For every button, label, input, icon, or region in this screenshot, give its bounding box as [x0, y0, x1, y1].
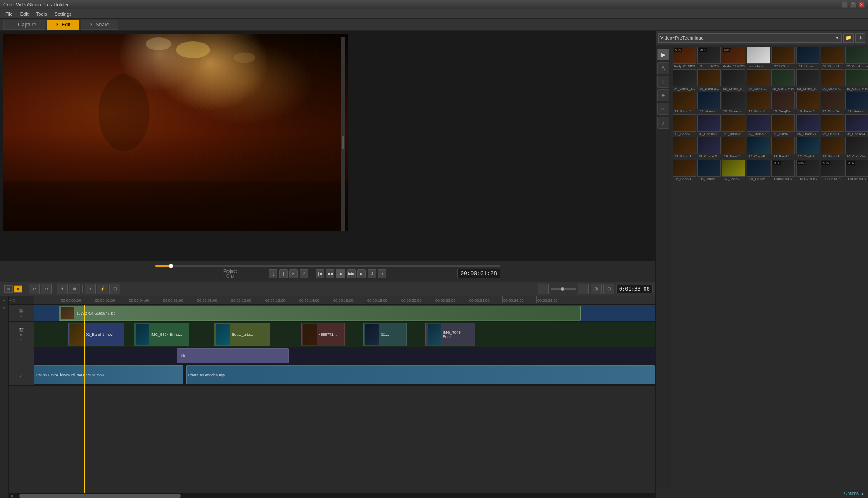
media-item-39[interactable]: 33_Band-1...: [821, 137, 844, 158]
undo-button[interactable]: ↩: [29, 284, 40, 294]
media-item-20[interactable]: 14_Band-6...: [747, 92, 770, 113]
media-item-44[interactable]: 38_House...: [747, 160, 770, 181]
media-item-5[interactable]: TTR-Final...: [771, 47, 795, 68]
ripple-edit-button[interactable]: ⊟: [603, 284, 614, 294]
media-item-16[interactable]: 10_Car-3.mov: [845, 69, 868, 91]
media-item-27[interactable]: 21_Band-9...: [722, 114, 745, 136]
photo-clip[interactable]: 13722754-516x677.jpg: [59, 306, 580, 321]
options-label[interactable]: Options: [844, 491, 859, 496]
media-item-29[interactable]: 23_Band-1...: [771, 114, 795, 136]
side-icon-media[interactable]: ▶: [657, 49, 669, 60]
maximize-button[interactable]: □: [850, 2, 856, 8]
next-frame-button[interactable]: ▶▶: [347, 269, 356, 278]
record-audio-button[interactable]: ♪: [85, 284, 96, 294]
side-icon-graphics[interactable]: ✦: [657, 89, 669, 101]
media-item-42[interactable]: 36_House...: [697, 160, 721, 181]
side-icon-instant[interactable]: A: [657, 62, 669, 74]
track-header-photo[interactable]: 🎬 ⚙: [9, 305, 34, 322]
media-item-40[interactable]: 34_Cop_Gu...: [845, 137, 868, 158]
media-item-11[interactable]: 06_Crime_s...: [722, 69, 745, 91]
loop-button[interactable]: ↺: [368, 269, 376, 278]
add-fx-button[interactable]: ✦: [57, 284, 68, 294]
media-item-34[interactable]: 28_Chase-5...: [697, 137, 721, 158]
media-item-32[interactable]: 26_Chase-4...: [845, 114, 868, 136]
track-header-audio[interactable]: ♪: [9, 364, 34, 386]
minimize-button[interactable]: ─: [842, 2, 848, 8]
track-photo-options[interactable]: ⚙: [20, 314, 23, 318]
zoom-out-button[interactable]: −: [538, 284, 549, 294]
tab-edit[interactable]: 2 Edit: [47, 20, 79, 30]
media-item-45[interactable]: MTS 00002.MTS: [771, 160, 795, 181]
fullscreen-button[interactable]: ⤢: [300, 269, 308, 278]
media-item-14[interactable]: 08_Crime_s...: [796, 69, 819, 91]
media-item-25[interactable]: 19_Band-8...: [673, 114, 696, 136]
media-item-31[interactable]: 25_Band-1...: [821, 114, 844, 136]
media-item-3[interactable]: MTS Andy_02.MTS: [722, 47, 745, 68]
media-item-26[interactable]: 20_Chase-1...: [697, 114, 721, 136]
snap-button[interactable]: ⊡: [109, 284, 120, 294]
play-button[interactable]: ▶: [336, 269, 345, 278]
zoom-in-button[interactable]: +: [578, 284, 589, 294]
volume-button[interactable]: ♪: [378, 269, 386, 278]
media-item-9[interactable]: 04_Crime_s...: [673, 69, 696, 91]
side-icon-fx[interactable]: FX: [657, 103, 669, 115]
tab-capture[interactable]: 1 Capture: [3, 20, 45, 30]
video-clip-3[interactable]: Boats_afte...: [214, 323, 270, 346]
media-item-12[interactable]: 07_Band-3...: [747, 69, 770, 91]
library-dropdown[interactable]: Video~ProTechnique ▼: [658, 33, 842, 43]
media-item-35[interactable]: 29_Band-1...: [722, 137, 745, 158]
close-button[interactable]: ✕: [859, 2, 865, 8]
media-item-21[interactable]: 15_DrugDe...: [771, 92, 795, 113]
media-item-15[interactable]: 09_Band-4...: [821, 69, 844, 91]
media-item-4[interactable]: hotcakes-c...: [747, 47, 770, 68]
scroll-left-arrow[interactable]: ◀: [9, 494, 15, 498]
scrubber[interactable]: [155, 265, 500, 267]
media-item-18[interactable]: 12_House...: [697, 92, 721, 113]
menu-edit[interactable]: Edit: [17, 11, 32, 17]
tab-share[interactable]: 3 Share: [81, 20, 118, 30]
media-item-8[interactable]: 03_Car-1.mov: [845, 47, 868, 68]
media-item-22[interactable]: 16_Band-7...: [796, 92, 819, 113]
media-item-24[interactable]: 18_House...: [845, 92, 868, 113]
side-icon-titles[interactable]: T: [657, 76, 669, 88]
audio-clip-1[interactable]: PSPX3_intro_lower3rd_soundMP3.mp3: [34, 365, 183, 384]
media-item-48[interactable]: MTS 00002.MTS: [845, 160, 868, 181]
go-end-button[interactable]: ▶|: [357, 269, 366, 278]
video-clip-6[interactable]: IMG_7849 Enha...: [425, 323, 475, 346]
ruler-mode-icon[interactable]: ⊡: [12, 298, 16, 303]
library-folder-button[interactable]: 📁: [843, 33, 854, 43]
media-item-1[interactable]: MTS Andy_01.MTS: [673, 47, 696, 68]
media-item-7[interactable]: 02_Band-1...: [821, 47, 844, 68]
media-item-6[interactable]: 01_House...: [796, 47, 819, 68]
media-item-10[interactable]: 05_Band-2...: [697, 69, 721, 91]
media-item-47[interactable]: MTS 00002.MTS: [821, 160, 844, 181]
fit-project-button[interactable]: ⊞: [591, 284, 602, 294]
track-video-expand[interactable]: +: [20, 338, 22, 341]
audio-clip-2[interactable]: PhotoReRaVideo.mp3: [186, 365, 655, 384]
prev-frame-button[interactable]: ◀◀: [326, 269, 334, 278]
smart-proxy-button[interactable]: ⚡: [97, 284, 108, 294]
mark-in-button[interactable]: [: [269, 269, 277, 278]
media-item-17[interactable]: 11_Band-5...: [673, 92, 696, 113]
media-item-46[interactable]: MTS 00002.MTS: [796, 160, 819, 181]
go-start-button[interactable]: |◀: [316, 269, 324, 278]
menu-settings[interactable]: Settings: [51, 11, 75, 17]
title-clip[interactable]: Title: [177, 348, 289, 363]
timeline-list-icon[interactable]: ≡: [1, 305, 8, 312]
library-import-button[interactable]: ⬇: [855, 33, 865, 43]
media-item-2[interactable]: MTS Screen.MTS: [697, 47, 721, 68]
redo-button[interactable]: ↪: [41, 284, 52, 294]
media-item-37[interactable]: 31_Band-1...: [771, 137, 795, 158]
track-header-title[interactable]: T: [9, 347, 34, 364]
timeline-add-icon[interactable]: +: [1, 297, 8, 304]
media-item-33[interactable]: 27_Band-1...: [673, 137, 696, 158]
menu-file[interactable]: File: [2, 11, 16, 17]
track-header-video[interactable]: 🎬 ⚙ +: [9, 322, 34, 347]
ruler-add-icon[interactable]: +: [9, 298, 11, 303]
timeline-scroll-thumb[interactable]: [19, 494, 181, 498]
preview-scrollbar[interactable]: [341, 37, 345, 231]
video-clip-4[interactable]: 4888771...: [301, 323, 345, 346]
mark-out-button[interactable]: ]: [279, 269, 288, 278]
timeline-scrollbar[interactable]: ◀: [9, 493, 655, 498]
media-item-30[interactable]: 24_Chase-3...: [796, 114, 819, 136]
